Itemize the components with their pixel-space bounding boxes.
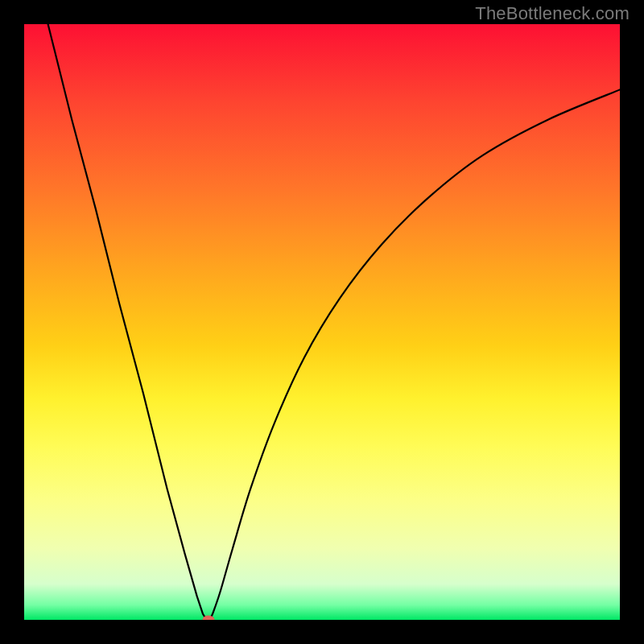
chart-frame: TheBottleneck.com	[0, 0, 644, 644]
minimum-marker	[203, 616, 215, 621]
watermark-text: TheBottleneck.com	[475, 3, 630, 24]
plot-area	[24, 24, 620, 620]
bottleneck-curve	[24, 24, 620, 620]
